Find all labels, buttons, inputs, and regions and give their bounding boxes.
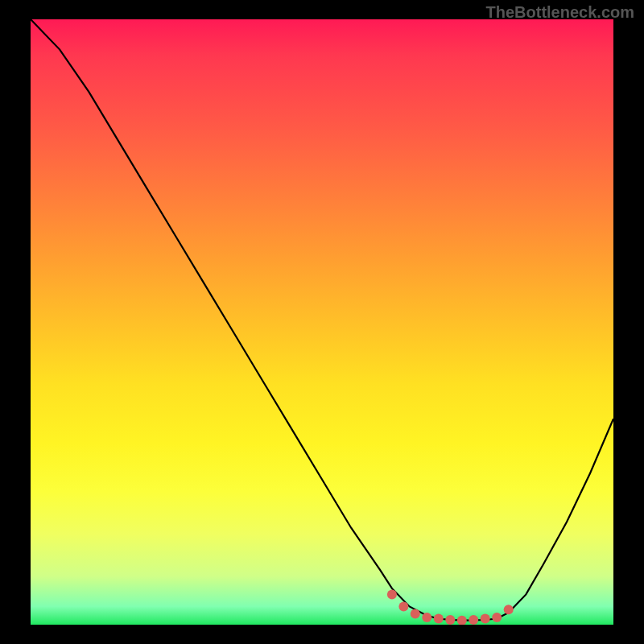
- marker-point: [398, 601, 408, 611]
- marker-point: [469, 615, 478, 625]
- marker-point: [481, 614, 490, 624]
- marker-point: [504, 605, 514, 614]
- chart-svg: [31, 19, 613, 625]
- marker-point: [492, 613, 502, 622]
- marker-point: [434, 614, 444, 624]
- bottleneck-curve: [31, 19, 613, 621]
- marker-point: [411, 609, 420, 619]
- plot-area: [31, 19, 613, 625]
- optimal-range-markers: [387, 589, 514, 625]
- marker-point: [445, 615, 455, 625]
- watermark-text: TheBottleneck.com: [486, 3, 634, 22]
- marker-point: [457, 616, 467, 625]
- marker-point: [387, 589, 397, 599]
- marker-point: [422, 613, 431, 622]
